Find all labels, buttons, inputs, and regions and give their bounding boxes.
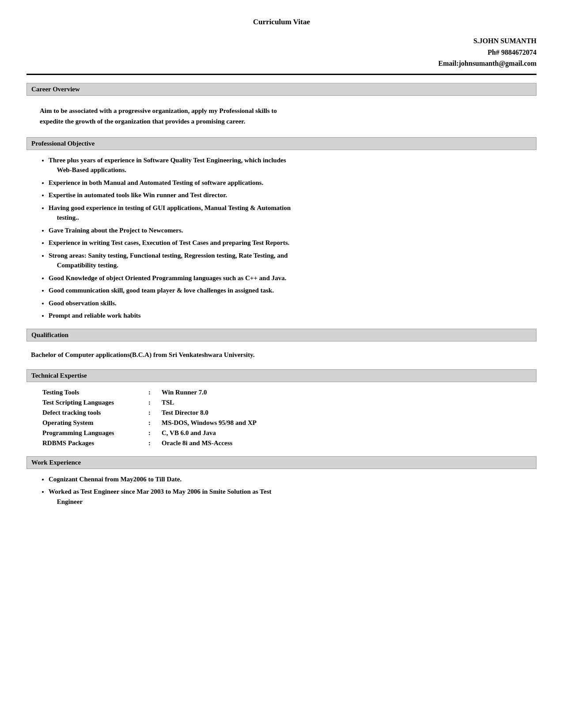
tech-label: Programming Languages xyxy=(40,428,146,438)
tech-value: Win Runner 7.0 xyxy=(159,387,336,398)
table-row: Operating System : MS-DOS, Windows 95/98… xyxy=(40,418,336,428)
tech-label: Defect tracking tools xyxy=(40,408,146,418)
page-title: Curriculum Vitae xyxy=(26,18,537,26)
tech-value: Oracle 8i and MS-Access xyxy=(159,438,336,448)
tech-colon: : xyxy=(146,428,159,438)
career-overview-text: Aim to be associated with a progressive … xyxy=(26,101,537,131)
header-name: S.JOHN SUMANTH xyxy=(26,35,537,47)
qualification-header: Qualification xyxy=(26,329,537,341)
list-item: Good Knowledge of object Oriented Progra… xyxy=(49,273,532,283)
professional-objective-section: Professional Objective Three plus years … xyxy=(26,137,537,321)
tech-value: Test Director 8.0 xyxy=(159,408,336,418)
list-item: Prompt and reliable work habits xyxy=(49,311,532,321)
work-experience-list: Cognizant Chennai from May2006 to Till D… xyxy=(31,474,532,507)
professional-objective-content: Three plus years of experience in Softwa… xyxy=(26,155,537,321)
career-overview-line2: expedite the growth of the organization … xyxy=(40,118,245,125)
tech-value: MS-DOS, Windows 95/98 and XP xyxy=(159,418,336,428)
tech-label: Testing Tools xyxy=(40,387,146,398)
tech-label: Test Scripting Languages xyxy=(40,398,146,408)
professional-objective-header: Professional Objective xyxy=(26,137,537,150)
tech-value: TSL xyxy=(159,398,336,408)
table-row: RDBMS Packages : Oracle 8i and MS-Access xyxy=(40,438,336,448)
tech-colon: : xyxy=(146,398,159,408)
header-info: S.JOHN SUMANTH Ph# 9884672074 Email:john… xyxy=(26,35,537,69)
list-item: Three plus years of experience in Softwa… xyxy=(49,155,532,175)
list-item: Worked as Test Engineer since Mar 2003 t… xyxy=(49,487,532,507)
qualification-text: Bachelor of Computer applications(B.C.A)… xyxy=(26,347,537,363)
list-item: Experience in writing Test cases, Execut… xyxy=(49,238,532,248)
list-item: Having good experience in testing of GUI… xyxy=(49,203,532,223)
qualification-section: Qualification Bachelor of Computer appli… xyxy=(26,329,537,363)
technical-expertise-header: Technical Expertise xyxy=(26,369,537,382)
table-row: Test Scripting Languages : TSL xyxy=(40,398,336,408)
tech-value: C, VB 6.0 and Java xyxy=(159,428,336,438)
table-row: Programming Languages : C, VB 6.0 and Ja… xyxy=(40,428,336,438)
career-overview-section: Career Overview Aim to be associated wit… xyxy=(26,83,537,131)
work-experience-header: Work Experience xyxy=(26,456,537,469)
tech-colon: : xyxy=(146,438,159,448)
tech-colon: : xyxy=(146,387,159,398)
work-experience-section: Work Experience Cognizant Chennai from M… xyxy=(26,456,537,507)
list-item: Strong areas: Sanity testing, Functional… xyxy=(49,251,532,270)
technical-expertise-section: Technical Expertise Testing Tools : Win … xyxy=(26,369,537,448)
technical-expertise-table: Testing Tools : Win Runner 7.0 Test Scri… xyxy=(40,387,336,448)
header-divider xyxy=(26,74,537,75)
career-overview-line1: Aim to be associated with a progressive … xyxy=(40,107,277,114)
table-row: Defect tracking tools : Test Director 8.… xyxy=(40,408,336,418)
technical-expertise-content: Testing Tools : Win Runner 7.0 Test Scri… xyxy=(26,387,537,448)
table-row: Testing Tools : Win Runner 7.0 xyxy=(40,387,336,398)
list-item: Good communication skill, good team play… xyxy=(49,285,532,296)
tech-label: RDBMS Packages xyxy=(40,438,146,448)
list-item: Expertise in automated tools like Win ru… xyxy=(49,190,532,200)
list-item: Cognizant Chennai from May2006 to Till D… xyxy=(49,474,532,484)
tech-label: Operating System xyxy=(40,418,146,428)
header-email: Email:johnsumanth@gmail.com xyxy=(26,58,537,69)
list-item: Gave Training about the Project to Newco… xyxy=(49,225,532,236)
career-overview-header: Career Overview xyxy=(26,83,537,96)
header-phone: Ph# 9884672074 xyxy=(26,47,537,58)
tech-colon: : xyxy=(146,408,159,418)
professional-objective-list: Three plus years of experience in Softwa… xyxy=(31,155,532,321)
work-experience-content: Cognizant Chennai from May2006 to Till D… xyxy=(26,474,537,507)
tech-colon: : xyxy=(146,418,159,428)
list-item: Experience in both Manual and Automated … xyxy=(49,178,532,188)
list-item: Good observation skills. xyxy=(49,298,532,308)
